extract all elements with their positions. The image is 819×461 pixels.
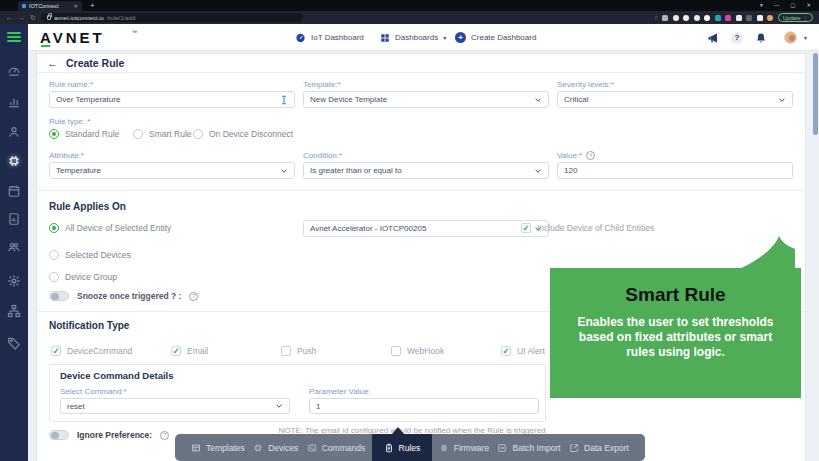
checkbox-webhook[interactable]: WebHook xyxy=(391,346,444,356)
close-window-icon[interactable]: ✕ xyxy=(806,2,811,8)
browser-url-bar: ← → ↻ avnet.iotconnect.io /rule/1/add ⌕ … xyxy=(0,11,819,24)
toolbar-tab-commands[interactable]: Commands xyxy=(305,434,367,461)
nav-iot-dashboard[interactable]: IoT Dashboard xyxy=(295,24,364,51)
checkbox-ui-alert[interactable]: UI Alert xyxy=(501,346,545,356)
users-icon[interactable] xyxy=(7,125,21,139)
extension-icon[interactable] xyxy=(694,15,700,21)
template-label: Template:* xyxy=(303,80,341,89)
scrollbar[interactable] xyxy=(812,51,819,461)
radio-smart-rule[interactable]: Smart Rule xyxy=(133,129,192,139)
extension-icon[interactable] xyxy=(746,15,752,21)
toolbar-tab-devices[interactable]: Devices xyxy=(251,434,300,461)
radio-icon xyxy=(49,250,59,260)
radio-on-device-disconnect[interactable]: On Device Disconnect xyxy=(193,129,293,139)
extension-icon[interactable] xyxy=(683,15,689,21)
checkbox-include-child-entities[interactable]: Include Device of Child Entities xyxy=(521,223,654,233)
extension-icon[interactable] xyxy=(725,15,731,21)
template-select[interactable]: New Device Template xyxy=(303,91,549,108)
browser-tab-strip: IOTConnect ✕ + ▾ — ▢ ✕ xyxy=(0,0,819,11)
entities-icon[interactable] xyxy=(7,304,21,318)
select-command-select[interactable]: reset xyxy=(60,398,290,414)
logo-accent xyxy=(41,45,50,47)
update-button[interactable]: Update ⋮ xyxy=(778,13,813,22)
help-button[interactable]: ? xyxy=(731,24,743,51)
scheduler-icon[interactable] xyxy=(7,184,21,198)
nav-create-dashboard[interactable]: + Create Dashboard xyxy=(455,24,536,51)
reports-icon[interactable] xyxy=(7,212,21,226)
toolbar-tab-batch-import[interactable]: Batch Import xyxy=(495,434,562,461)
tags-icon[interactable] xyxy=(7,336,21,350)
ignore-preference-toggle[interactable] xyxy=(49,430,69,440)
scrollbar-thumb[interactable] xyxy=(813,53,818,135)
info-icon[interactable]: ? xyxy=(586,151,595,160)
user-menu-caret[interactable]: ▾ xyxy=(804,24,807,51)
extension-icon[interactable] xyxy=(673,15,679,21)
toolbar-tab-data-export[interactable]: Data Export xyxy=(567,434,631,461)
chevron-down-icon xyxy=(275,402,283,410)
extension-icon[interactable] xyxy=(662,15,668,21)
checkbox-push[interactable]: Push xyxy=(281,346,316,356)
notifications-button[interactable] xyxy=(755,24,767,51)
menu-icon[interactable] xyxy=(7,32,21,45)
checkbox-email[interactable]: Email xyxy=(171,346,208,356)
profile-caret-icon[interactable]: ▾ xyxy=(760,2,763,8)
address-bar[interactable]: avnet.iotconnect.io /rule/1/add xyxy=(41,13,303,22)
chevron-down-icon xyxy=(280,167,288,175)
radio-device-group[interactable]: Device Group xyxy=(49,272,117,282)
toolbar-tab-rules[interactable]: Rules xyxy=(372,434,433,461)
toolbar-tab-firmware[interactable]: Firmware xyxy=(437,434,491,461)
notification-type-heading: Notification Type xyxy=(49,320,129,331)
severity-select[interactable]: Critical xyxy=(557,91,793,108)
tab-close-icon[interactable]: ✕ xyxy=(73,3,78,9)
parameter-value-input[interactable]: 1 xyxy=(309,398,539,414)
value-input[interactable]: 120 xyxy=(557,162,793,179)
devices-icon[interactable] xyxy=(7,154,21,168)
url-domain: avnet.iotconnect.io xyxy=(54,15,104,21)
device-command-heading: Device Command Details xyxy=(60,370,174,381)
reload-icon[interactable]: ↻ xyxy=(30,14,36,21)
new-tab-button[interactable]: + xyxy=(90,1,95,10)
text-cursor-icon xyxy=(280,95,288,105)
info-icon[interactable]: ? xyxy=(189,292,198,301)
dashboard-icon[interactable] xyxy=(7,64,21,78)
grid-icon xyxy=(380,33,390,43)
browser-tab[interactable]: IOTConnect ✕ xyxy=(18,1,82,11)
toolbar-tab-templates[interactable]: Templates xyxy=(189,434,247,461)
radio-standard-rule[interactable]: Standard Rule xyxy=(49,129,119,139)
browser-avatar[interactable] xyxy=(767,15,773,21)
chevron-down-icon: ▾ xyxy=(443,34,446,41)
rule-name-input[interactable]: Over Temperature xyxy=(49,91,295,108)
settings-icon[interactable] xyxy=(7,274,21,288)
radio-selected-devices[interactable]: Selected Devices xyxy=(49,250,131,260)
smart-rule-callout: Smart Rule Enables the user to set thres… xyxy=(550,268,801,398)
forward-icon[interactable]: → xyxy=(18,14,25,21)
extension-icon[interactable] xyxy=(715,15,721,21)
user-menu[interactable] xyxy=(784,24,797,51)
analytics-icon[interactable] xyxy=(7,95,21,109)
company-icon[interactable] xyxy=(7,240,21,254)
back-icon[interactable]: ← xyxy=(6,14,13,21)
snooze-row: Snooze once triggered ? : ? xyxy=(49,291,198,301)
extension-icon[interactable] xyxy=(704,15,710,21)
checkbox-devicecommand[interactable]: DeviceCommand xyxy=(51,346,132,356)
announcements-button[interactable] xyxy=(707,24,719,51)
chevron-down-icon xyxy=(778,96,786,104)
entity-select[interactable]: Avnet Accelerator - IOTCP00205 xyxy=(303,220,549,237)
back-arrow-icon[interactable]: ← xyxy=(47,58,58,69)
nav-dashboards[interactable]: Dashboards ▾ xyxy=(380,24,446,51)
import-icon xyxy=(497,443,507,453)
snooze-toggle[interactable] xyxy=(49,291,69,301)
extension-icon[interactable] xyxy=(736,15,742,21)
value-label: Value:* xyxy=(557,151,582,160)
gauge-icon xyxy=(295,32,306,43)
screen: IOTConnect ✕ + ▾ — ▢ ✕ ← → ↻ avnet.iotco… xyxy=(0,0,819,461)
callout-pointer xyxy=(737,236,795,269)
info-icon[interactable]: ? xyxy=(160,431,169,440)
attribute-select[interactable]: Temperature xyxy=(49,162,295,179)
radio-all-device-selected-entity[interactable]: All Device of Selected Entity xyxy=(49,223,171,233)
extension-icon[interactable] xyxy=(757,15,763,21)
minimize-icon[interactable]: — xyxy=(774,2,780,8)
search-icon[interactable]: ⌕ xyxy=(654,14,657,21)
maximize-icon[interactable]: ▢ xyxy=(790,2,795,8)
condition-select[interactable]: Is greater than or equal to xyxy=(303,162,549,179)
